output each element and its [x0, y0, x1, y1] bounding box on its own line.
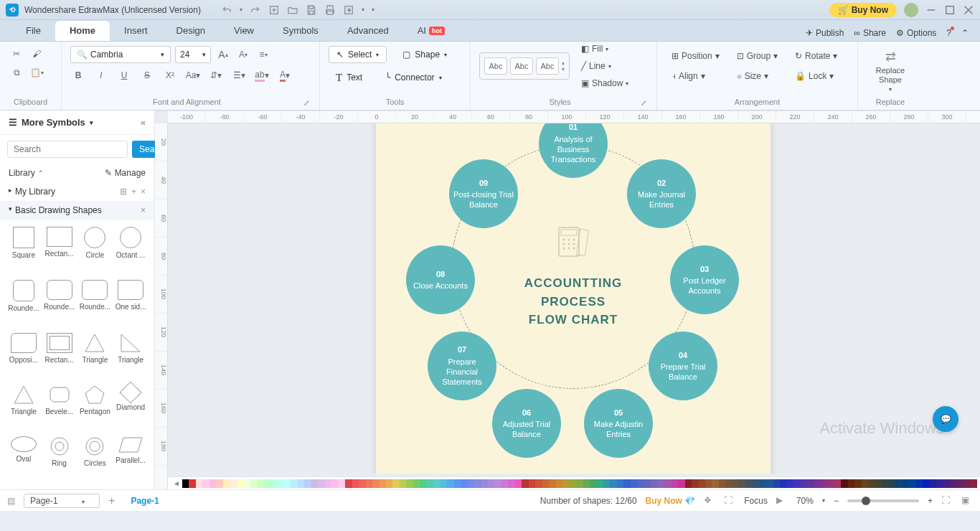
color-swatch[interactable]: [603, 479, 610, 488]
shape-opposite[interactable]: Opposi...: [7, 333, 40, 379]
color-swatch[interactable]: [834, 479, 841, 488]
bold-button[interactable]: B: [70, 67, 86, 83]
color-swatch[interactable]: [474, 479, 481, 488]
color-swatch[interactable]: [814, 479, 821, 488]
shape-triangle-1[interactable]: Triangle: [79, 333, 112, 379]
zoom-value[interactable]: 70%: [796, 496, 814, 506]
color-swatch[interactable]: [672, 479, 678, 488]
shape-oval[interactable]: Oval: [7, 436, 40, 482]
manage-link[interactable]: ✎Manage: [105, 168, 146, 178]
color-swatch[interactable]: [257, 479, 263, 488]
color-swatch[interactable]: [515, 479, 522, 488]
my-library-section[interactable]: ▸My Library ⊞ + ×: [0, 182, 154, 201]
export-dropdown[interactable]: ▾: [362, 6, 364, 13]
color-swatch[interactable]: [685, 479, 692, 488]
color-swatch[interactable]: [352, 479, 359, 488]
color-swatch[interactable]: [712, 479, 718, 488]
color-swatch[interactable]: [658, 479, 664, 488]
strike-button[interactable]: S: [139, 67, 155, 83]
shape-rounded-3[interactable]: Rounde...: [79, 280, 112, 327]
color-swatch[interactable]: [943, 479, 949, 488]
color-swatch[interactable]: [610, 479, 616, 488]
color-swatch[interactable]: [766, 479, 773, 488]
shape-circles[interactable]: Circles: [79, 436, 112, 482]
zoom-slider[interactable]: [847, 499, 919, 502]
focus-icon[interactable]: ⛶: [724, 495, 735, 507]
collapse-sidebar-button[interactable]: «: [141, 117, 146, 128]
color-swatch[interactable]: [331, 479, 338, 488]
color-swatch[interactable]: [182, 479, 189, 488]
new-icon[interactable]: [268, 4, 280, 16]
color-swatch[interactable]: [617, 479, 623, 488]
color-swatch[interactable]: [386, 479, 392, 488]
shape-parallel[interactable]: Parallel...: [114, 436, 147, 482]
color-swatch[interactable]: [705, 479, 712, 488]
flow-node-06[interactable]: 06Adjusted Trial Balance: [492, 389, 561, 458]
color-swatch[interactable]: [916, 479, 923, 488]
color-swatch[interactable]: [196, 479, 202, 488]
color-swatch[interactable]: [801, 479, 807, 488]
color-swatch[interactable]: [909, 479, 915, 488]
cut-button[interactable]: ✂: [9, 46, 24, 62]
zoom-out-button[interactable]: −: [834, 496, 839, 506]
color-swatch[interactable]: [719, 479, 725, 488]
maximize-icon[interactable]: [944, 4, 956, 16]
color-swatch[interactable]: [956, 479, 963, 488]
font-family-select[interactable]: 🔍 Cambria ▾: [70, 46, 171, 63]
color-swatch[interactable]: [929, 479, 936, 488]
superscript-button[interactable]: X²: [162, 67, 178, 83]
shape-pentagon[interactable]: Pentagon: [79, 385, 112, 431]
close-section-icon[interactable]: ×: [141, 205, 146, 215]
shape-beveled[interactable]: Bevele...: [43, 385, 76, 431]
underline-button[interactable]: U: [116, 67, 132, 83]
color-swatch[interactable]: [237, 479, 243, 488]
menu-file[interactable]: File: [11, 21, 55, 41]
color-swatch[interactable]: [202, 479, 209, 488]
color-swatch[interactable]: [651, 479, 657, 488]
shape-square[interactable]: Square: [7, 227, 40, 274]
shape-rounded-2[interactable]: Rounde...: [43, 280, 76, 327]
color-swatch[interactable]: [644, 479, 651, 488]
color-swatch[interactable]: [862, 479, 868, 488]
color-swatch[interactable]: [549, 479, 555, 488]
replace-shape-button[interactable]: ⇄ Replace Shape ▾: [867, 46, 914, 95]
color-swatch[interactable]: [380, 479, 386, 488]
color-swatch[interactable]: [427, 479, 433, 488]
size-button[interactable]: ⟐Size▾: [731, 68, 783, 84]
color-swatch[interactable]: [562, 479, 569, 488]
connector-tool-button[interactable]: ╰Connector▾: [378, 69, 448, 86]
color-swatch[interactable]: [209, 479, 216, 488]
fullscreen-icon[interactable]: ▣: [961, 495, 973, 507]
menu-ai[interactable]: AI hot: [403, 21, 459, 41]
color-swatch[interactable]: [542, 479, 549, 488]
shape-triangle-3[interactable]: Triangle: [7, 385, 40, 431]
text-tool-button[interactable]: TText: [329, 69, 369, 86]
flow-node-04[interactable]: 04Prepare Trial Balance: [649, 332, 717, 400]
color-swatch[interactable]: [678, 479, 684, 488]
color-swatch[interactable]: [366, 479, 372, 488]
options-button[interactable]: ⚙Options: [896, 28, 936, 38]
buy-now-status-button[interactable]: Buy Now 💎: [646, 496, 696, 506]
shape-rounded-1[interactable]: Rounde...: [7, 280, 40, 327]
color-swatch[interactable]: [732, 479, 739, 488]
play-icon[interactable]: ▶: [776, 495, 788, 507]
color-swatch[interactable]: [950, 479, 956, 488]
rotate-button[interactable]: ↻Rotate▾: [789, 48, 843, 64]
paste-button[interactable]: 📋▾: [29, 65, 44, 80]
color-swatch[interactable]: [318, 479, 324, 488]
color-swatch[interactable]: [753, 479, 759, 488]
color-swatch[interactable]: [725, 479, 732, 488]
close-icon[interactable]: [963, 4, 974, 16]
color-swatch[interactable]: [325, 479, 331, 488]
color-swatch[interactable]: [230, 479, 236, 488]
style-swatch-1[interactable]: Abc: [484, 57, 507, 75]
color-swatch[interactable]: [270, 479, 277, 488]
shadow-button[interactable]: ▣Shadow▾: [575, 75, 634, 91]
color-swatch[interactable]: [556, 479, 562, 488]
color-swatch[interactable]: [339, 479, 345, 488]
color-swatch[interactable]: [535, 479, 542, 488]
menu-advanced[interactable]: Advanced: [333, 21, 403, 41]
add-icon[interactable]: +: [131, 187, 136, 197]
save-icon[interactable]: [306, 4, 317, 16]
color-swatch[interactable]: [787, 479, 793, 488]
